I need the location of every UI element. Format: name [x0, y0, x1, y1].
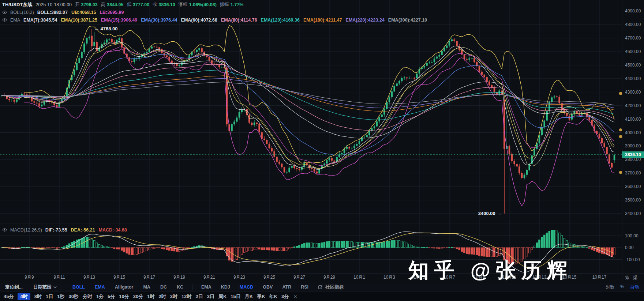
svg-text:10月17: 10月17 — [592, 275, 607, 280]
timeframe-1分[interactable]: 1分 — [96, 293, 104, 300]
watermark: 知乎 @张历辉 — [408, 259, 572, 282]
axis-corner-button[interactable]: 筹 — [625, 275, 629, 281]
timeframe-30秒[interactable]: 30秒 — [68, 293, 78, 300]
oscillator-toggle-obv[interactable]: OBV — [263, 285, 273, 290]
scale-option-对数[interactable]: 对数 — [606, 284, 614, 290]
svg-text:4300.00: 4300.00 — [625, 90, 641, 95]
timeframe-2日[interactable]: 2日 — [195, 293, 203, 300]
ema-value: EMA(300):4227.10 — [388, 18, 427, 23]
svg-text:4600.00: 4600.00 — [625, 49, 641, 54]
visibility-icon[interactable] — [2, 227, 7, 232]
timeframe-2时[interactable]: 2时 — [159, 293, 166, 300]
timeframe-5分[interactable]: 5分 — [108, 293, 115, 300]
indicator-toggle-kc[interactable]: KC — [177, 285, 183, 290]
svg-text:4900.00: 4900.00 — [625, 8, 641, 14]
timeframe-30分[interactable]: 30分 — [133, 293, 143, 300]
ema-value: EMA(180):4211.47 — [303, 18, 342, 23]
svg-text:3900.00: 3900.00 — [625, 143, 641, 148]
timeframe-1日[interactable]: 1日 — [46, 293, 53, 300]
svg-text:9月29: 9月29 — [323, 275, 335, 280]
macd-value: DEA:-56.21 — [71, 227, 95, 233]
axis-corner-buttons: 筹爆 — [625, 275, 637, 281]
oscillator-toggle-ema[interactable]: EMA — [201, 285, 211, 290]
boll-value: UB:4068.15 — [71, 10, 96, 15]
ema-value: EMA(30):3976.44 — [141, 18, 177, 23]
svg-text:9月13: 9月13 — [83, 275, 95, 280]
timeframe-年K[interactable]: 年K — [269, 293, 277, 300]
ohlc-field: 开3796.03 — [75, 1, 98, 8]
timeframe-1时[interactable]: 1时 — [147, 293, 154, 300]
svg-text:9月17: 9月17 — [143, 275, 155, 280]
oscillator-toggle-atr[interactable]: ATR — [282, 285, 291, 290]
indicator-toggle-boll[interactable]: BOLL — [72, 285, 85, 290]
timeframe-4时[interactable]: 4时 — [18, 293, 30, 300]
timeframe-toolbar: 45分4时8时1日1秒30秒分时1分5分10分30分1时2时3时12时2日3日周… — [0, 291, 644, 301]
timeframe-12时[interactable]: 12时 — [181, 293, 191, 300]
svg-text:10月3: 10月3 — [383, 275, 395, 280]
boll-value: BOLL:3882.07 — [37, 10, 68, 15]
svg-text:9月15: 9月15 — [113, 275, 125, 280]
svg-text:9月11: 9月11 — [53, 275, 65, 280]
ema-legend: EMA EMA(7):3845.54EMA(10):3871.25EMA(15)… — [2, 17, 427, 23]
visibility-icon[interactable] — [2, 18, 7, 22]
ohlc-field: 低3777.00 — [127, 1, 149, 8]
locate-button[interactable]: 定位到... — [0, 282, 28, 292]
candlestick-chart[interactable]: 4900.004800.004700.004600.004500.004400.… — [0, 0, 644, 282]
svg-text:3600.00: 3600.00 — [625, 184, 641, 189]
ema-value: EMA(80):4114.76 — [221, 18, 257, 23]
timeframe-1秒[interactable]: 1秒 — [57, 293, 64, 300]
timeframe-45分[interactable]: 45分 — [4, 293, 14, 300]
indicator-toggle-ema[interactable]: EMA — [95, 285, 105, 290]
macd-value: DIF:-73.55 — [45, 227, 67, 233]
oscillator-toggle-macd[interactable]: MACD — [240, 285, 254, 290]
ohlc-field: 振幅1.77% — [220, 1, 243, 8]
ohlc-header: TH/USDT永续 2025-10-18 00:00 开3796.03高3844… — [2, 1, 243, 8]
ema-name: EMA — [10, 18, 20, 23]
boll-value: LB:3695.99 — [100, 10, 124, 15]
ohlc-field: 收3836.10 — [153, 1, 175, 8]
visibility-icon[interactable] — [2, 10, 7, 15]
svg-text:4800.00: 4800.00 — [625, 22, 641, 27]
indicator-toggle-ma[interactable]: MA — [143, 285, 150, 290]
svg-text:100.00: 100.00 — [625, 233, 639, 238]
indicator-toolbar: 定位到... 日期范围 BOLLEMAAlligatorMADCKC EMAKD… — [0, 282, 644, 292]
oscillator-toggle-kdj[interactable]: KDJ — [221, 285, 230, 290]
ema-value: EMA(10):3871.25 — [61, 18, 97, 23]
timeframe-3时[interactable]: 3时 — [170, 293, 177, 300]
date-range-button[interactable]: 日期范围 — [28, 282, 62, 292]
ema-value: EMA(7):3845.54 — [23, 18, 57, 23]
oscillator-toggle-rsi[interactable]: RSI — [301, 285, 308, 290]
timeframe-分时[interactable]: 分时 — [83, 293, 92, 300]
svg-text:3700.00: 3700.00 — [625, 170, 641, 176]
boll-legend: BOLL(10,2) BOLL:3882.07UB:4068.15LB:3695… — [2, 9, 124, 15]
community-indicators-button[interactable]: 社区指标 — [318, 284, 344, 290]
trading-terminal: 4900.004800.004700.004600.004500.004400.… — [0, 0, 644, 301]
ema-value: EMA(15):3906.49 — [101, 18, 137, 23]
macd-value: MACD:-34.68 — [99, 227, 127, 233]
timeframe-3分[interactable]: 3分 — [281, 293, 289, 300]
timeframe-月K[interactable]: 月K — [245, 293, 253, 300]
svg-text:9月21: 9月21 — [203, 275, 215, 280]
symbol-label: TH/USDT永续 — [2, 1, 32, 8]
current-price-tag: 3836.10 — [622, 151, 644, 158]
close-icon[interactable]: ✕ — [293, 294, 297, 299]
candle-datetime: 2025-10-18 00:00 — [35, 2, 72, 7]
timeframe-3日[interactable]: 3日 — [207, 293, 214, 300]
indicator-toggle-dc[interactable]: DC — [160, 285, 167, 290]
svg-text:4400.00: 4400.00 — [625, 76, 641, 81]
timeframe-8时[interactable]: 8时 — [34, 293, 42, 300]
ema-value: EMA(220):4223.24 — [346, 18, 385, 23]
boll-name: BOLL(10,2) — [10, 10, 34, 15]
timeframe-10分[interactable]: 10分 — [119, 293, 129, 300]
svg-text:← 4768.00: ← 4768.00 — [94, 26, 118, 31]
svg-text:9月23: 9月23 — [233, 275, 245, 280]
axis-corner-button[interactable]: 爆 — [633, 275, 637, 281]
svg-text:4500.00: 4500.00 — [625, 63, 641, 68]
timeframe-季K[interactable]: 季K — [257, 293, 265, 300]
timeframe-15日[interactable]: 15日 — [231, 293, 240, 300]
indicator-toggle-alligator[interactable]: Alligator — [115, 285, 134, 290]
scale-option-%[interactable]: % — [620, 284, 624, 290]
scale-option-自动[interactable]: 自动 — [630, 284, 639, 290]
timeframe-周K[interactable]: 周K — [218, 293, 226, 300]
ema-value: EMA(120):4169.36 — [261, 18, 300, 23]
